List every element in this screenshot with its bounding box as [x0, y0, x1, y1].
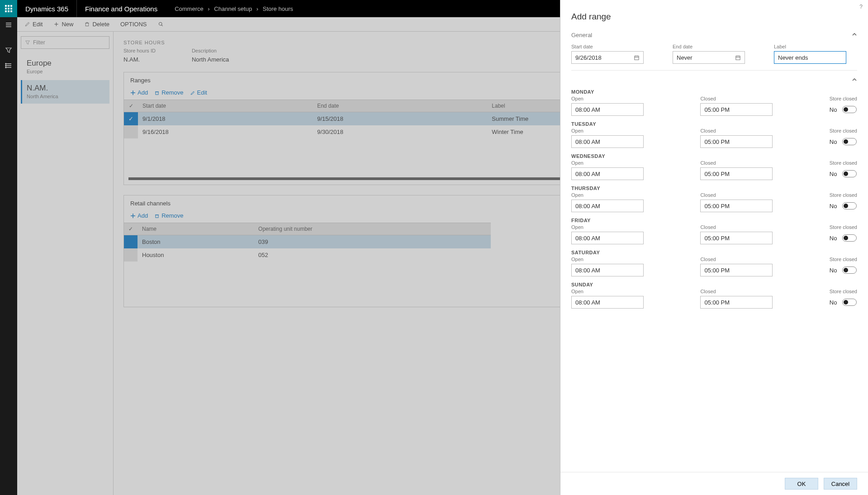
label-label: Label	[774, 44, 857, 49]
funnel-icon	[5, 47, 12, 54]
closed-label: Closed	[700, 224, 811, 230]
hamburger-button[interactable]	[0, 17, 17, 33]
crumb[interactable]: Commerce	[175, 5, 204, 12]
toggle-value: No	[830, 106, 837, 113]
collapse-button[interactable]	[852, 32, 857, 38]
open-label: Open	[571, 160, 682, 166]
open-label: Open	[571, 289, 682, 294]
label-input[interactable]: Never ends	[774, 51, 846, 64]
close-time-input[interactable]: 05:00 PM	[700, 296, 773, 309]
store-closed-label: Store closed	[830, 289, 857, 294]
app-launcher-button[interactable]	[0, 0, 17, 17]
toggle-value: No	[830, 299, 837, 306]
closed-label: Closed	[700, 289, 811, 294]
open-label: Open	[571, 96, 682, 101]
general-section-label: General	[571, 32, 592, 38]
svg-rect-8	[10, 10, 12, 12]
closed-label: Closed	[700, 257, 811, 262]
svg-rect-4	[8, 8, 9, 10]
app-name: Finance and Operations	[76, 0, 166, 17]
open-label: Open	[571, 128, 682, 133]
open-time-input[interactable]: 08:00 AM	[571, 135, 644, 148]
breadcrumb: Commerce › Channel setup › Store hours	[166, 5, 302, 12]
svg-rect-6	[5, 10, 7, 12]
crumb[interactable]: Store hours	[263, 5, 293, 12]
store-closed-label: Store closed	[830, 96, 857, 101]
toggle-value: No	[830, 235, 837, 242]
store-closed-toggle[interactable]	[842, 299, 857, 306]
close-time-input[interactable]: 05:00 PM	[700, 200, 773, 212]
store-closed-label: Store closed	[830, 128, 857, 133]
open-label: Open	[571, 257, 682, 262]
svg-rect-3	[5, 8, 7, 10]
help-button[interactable]: ?	[859, 4, 863, 10]
hamburger-icon	[5, 21, 12, 29]
open-label: Open	[571, 192, 682, 198]
close-time-input[interactable]: 05:00 PM	[700, 167, 773, 180]
store-closed-toggle[interactable]	[842, 170, 857, 177]
open-label: Open	[571, 224, 682, 230]
svg-point-15	[5, 63, 6, 64]
close-time-input[interactable]: 05:00 PM	[700, 264, 773, 276]
day-name: FRIDAY	[571, 218, 857, 223]
add-range-panel: ? Add range General Start date 9/26/2018…	[560, 0, 868, 495]
open-time-input[interactable]: 08:00 AM	[571, 167, 644, 180]
brand-label: Dynamics 365	[17, 5, 76, 13]
ok-button[interactable]: OK	[785, 478, 818, 490]
store-closed-toggle[interactable]	[842, 106, 857, 113]
svg-rect-0	[5, 5, 7, 7]
calendar-icon	[634, 55, 640, 61]
store-closed-label: Store closed	[830, 192, 857, 198]
store-closed-toggle[interactable]	[842, 234, 857, 242]
svg-rect-1	[8, 5, 9, 7]
cancel-button[interactable]: Cancel	[824, 478, 857, 490]
day-block: MONDAY Open 08:00 AM Closed 05:00 PM Sto…	[571, 89, 857, 116]
svg-rect-33	[635, 56, 639, 59]
store-closed-label: Store closed	[830, 257, 857, 262]
closed-label: Closed	[700, 128, 811, 133]
open-time-input[interactable]: 08:00 AM	[571, 232, 644, 244]
open-time-input[interactable]: 08:00 AM	[571, 264, 644, 276]
day-block: THURSDAY Open 08:00 AM Closed 05:00 PM S…	[571, 186, 857, 212]
end-date-input[interactable]: Never	[673, 51, 745, 64]
filter-rail-button[interactable]	[0, 43, 17, 58]
chevron-up-icon	[852, 77, 857, 82]
svg-rect-2	[10, 5, 12, 7]
svg-point-16	[5, 65, 6, 66]
closed-label: Closed	[700, 160, 811, 166]
collapse-button[interactable]	[852, 77, 857, 84]
store-closed-label: Store closed	[830, 224, 857, 230]
crumb[interactable]: Channel setup	[214, 5, 252, 12]
close-time-input[interactable]: 05:00 PM	[700, 103, 773, 116]
close-time-input[interactable]: 05:00 PM	[700, 135, 773, 148]
store-closed-toggle[interactable]	[842, 202, 857, 209]
store-closed-toggle[interactable]	[842, 267, 857, 274]
closed-label: Closed	[700, 96, 811, 101]
list-rail-button[interactable]	[0, 58, 17, 73]
chevron-up-icon	[852, 32, 857, 37]
store-closed-label: Store closed	[830, 160, 857, 166]
nav-rail	[0, 17, 17, 495]
open-time-input[interactable]: 08:00 AM	[571, 296, 644, 309]
waffle-icon	[5, 5, 12, 12]
open-time-input[interactable]: 08:00 AM	[571, 103, 644, 116]
start-date-input[interactable]: 9/26/2018	[571, 51, 644, 64]
svg-rect-5	[10, 8, 12, 10]
list-icon	[5, 62, 12, 69]
day-block: TUESDAY Open 08:00 AM Closed 05:00 PM St…	[571, 121, 857, 148]
svg-rect-37	[736, 56, 740, 59]
end-date-label: End date	[673, 44, 756, 49]
day-block: SATURDAY Open 08:00 AM Closed 05:00 PM S…	[571, 250, 857, 276]
day-name: SUNDAY	[571, 282, 857, 287]
store-closed-toggle[interactable]	[842, 138, 857, 145]
day-block: SUNDAY Open 08:00 AM Closed 05:00 PM Sto…	[571, 282, 857, 309]
toggle-value: No	[830, 138, 837, 145]
calendar-icon	[735, 55, 741, 61]
day-name: WEDNESDAY	[571, 153, 857, 159]
day-name: SATURDAY	[571, 250, 857, 255]
start-date-label: Start date	[571, 44, 655, 49]
open-time-input[interactable]: 08:00 AM	[571, 200, 644, 212]
day-name: THURSDAY	[571, 186, 857, 191]
day-name: MONDAY	[571, 89, 857, 95]
close-time-input[interactable]: 05:00 PM	[700, 232, 773, 244]
